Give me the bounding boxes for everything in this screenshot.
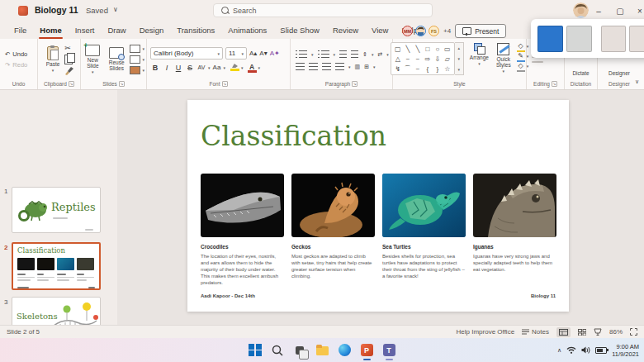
increase-font-size-button[interactable]: A▴ — [249, 50, 257, 57]
editing-launcher-icon[interactable]: ↘ — [552, 81, 557, 87]
align-left-button[interactable] — [296, 63, 305, 70]
zoom-level[interactable]: 86% — [609, 328, 623, 336]
line-spacing-button[interactable]: ⇕ — [362, 51, 367, 58]
caption-body[interactable]: Iguanas have very strong jaws and specia… — [473, 253, 556, 273]
shape-triangle[interactable]: △ — [393, 54, 403, 64]
align-right-button[interactable] — [322, 63, 331, 70]
shapes-gallery-scrollbar[interactable]: ▴▾▾ — [455, 42, 464, 75]
wifi-icon[interactable] — [566, 346, 576, 354]
caption-body[interactable]: The location of their eyes, nostrils, an… — [201, 253, 284, 286]
slide-thumbnail-2-selected[interactable]: Classification — [12, 242, 101, 290]
tab-view[interactable]: View — [366, 21, 394, 39]
tab-animations[interactable]: Animations — [222, 21, 272, 39]
redo-button[interactable]: ↷Redo — [5, 61, 27, 69]
font-size-select[interactable]: 11▾ — [225, 47, 247, 60]
slide-footer-course[interactable]: Biology 11 — [531, 293, 556, 298]
underline-button[interactable]: U — [173, 64, 183, 72]
change-case-button[interactable]: Aa — [212, 64, 222, 71]
taskbar-search-button[interactable] — [271, 343, 285, 357]
caption-heading[interactable]: Crocodiles — [201, 244, 284, 250]
numbering-button[interactable] — [318, 50, 329, 58]
decrease-indent-button[interactable] — [339, 50, 347, 58]
powerpoint-taskbar-button[interactable]: P — [360, 343, 374, 357]
shape-brace-left[interactable]: { — [423, 64, 433, 74]
font-color-dropdown-icon[interactable]: ▾ — [258, 65, 261, 70]
taskbar-clock[interactable]: 9:00 AM 11/9/2021 — [612, 343, 639, 358]
convert-smartart-button[interactable]: ⊞ — [364, 64, 369, 70]
slide-thumbnail-1[interactable]: Reptiles — [12, 187, 101, 233]
slides-launcher-icon[interactable]: ↘ — [119, 81, 125, 87]
text-direction-button[interactable]: ⇄ — [377, 51, 382, 58]
start-button[interactable] — [249, 343, 263, 357]
character-spacing-button[interactable]: AV — [197, 64, 206, 70]
crocodile-image[interactable] — [201, 174, 284, 237]
edge-browser-button[interactable] — [338, 343, 352, 357]
notes-toggle-button[interactable]: Notes — [522, 328, 549, 336]
slide-layout-button[interactable]: ▾ — [130, 45, 144, 53]
shape-arrow-down[interactable]: ⇩ — [433, 54, 443, 64]
shape-scribble[interactable]: ~ — [413, 54, 423, 64]
battery-icon[interactable] — [595, 347, 607, 354]
gecko-image[interactable] — [291, 174, 375, 237]
tab-design[interactable]: Design — [134, 21, 170, 39]
new-slide-button[interactable]: + New Slide▾ — [83, 44, 103, 75]
shape-rounded-rectangle[interactable]: ▭ — [443, 44, 452, 54]
variant-swatch-blue[interactable] — [537, 26, 563, 52]
clear-formatting-button[interactable]: A✦ — [270, 50, 280, 57]
slide-sorter-view-button[interactable] — [578, 329, 586, 336]
variant-swatch-rose-2[interactable] — [629, 26, 644, 52]
caption-heading[interactable]: Iguanas — [473, 244, 556, 250]
caption-body[interactable]: Most geckos are adapted to climb with se… — [291, 253, 375, 279]
align-center-button[interactable] — [309, 63, 318, 70]
slide-footer-author[interactable]: Aadi Kapoor - Dec 14th — [201, 293, 255, 298]
caption-heading[interactable]: Geckos — [291, 244, 375, 250]
tray-expand-chevron-icon[interactable]: ∧ — [557, 347, 561, 354]
task-view-button[interactable] — [293, 343, 307, 357]
bold-button[interactable]: B — [150, 64, 160, 72]
variant-swatch-rose[interactable] — [601, 26, 627, 52]
shape-curve[interactable]: ~ — [403, 54, 413, 64]
teams-taskbar-button[interactable]: T — [382, 343, 396, 357]
caption-body[interactable]: Besides shells for protection, sea turtl… — [382, 253, 466, 279]
collaborator-badge-fs[interactable]: FS — [429, 26, 439, 36]
columns-button[interactable]: ▥ — [355, 64, 361, 70]
shape-rectangle[interactable]: □ — [423, 44, 433, 54]
section-button[interactable]: ▾ — [130, 66, 144, 74]
shape-curve2[interactable]: ~ — [413, 64, 423, 74]
justify-button[interactable] — [335, 63, 344, 70]
reuse-slides-button[interactable]: Reuse Slides — [107, 46, 127, 72]
text-highlight-button[interactable] — [230, 64, 239, 71]
search-input[interactable]: Search — [213, 3, 433, 17]
tab-slide-show[interactable]: Slide Show — [274, 21, 325, 39]
bullets-button[interactable] — [296, 50, 307, 58]
designer-button[interactable]: Designer — [608, 70, 630, 76]
fit-slide-to-window-button[interactable] — [630, 328, 637, 336]
italic-button[interactable]: I — [162, 64, 172, 72]
file-explorer-button[interactable] — [315, 343, 329, 357]
tab-draw[interactable]: Draw — [102, 21, 131, 39]
normal-view-button[interactable] — [556, 327, 571, 337]
quick-styles-button[interactable]: Quick Styles▾ — [495, 42, 513, 74]
shape-textbox[interactable]: ▢ — [393, 44, 403, 54]
slideshow-view-button[interactable] — [594, 328, 602, 336]
font-launcher-icon[interactable]: ↘ — [222, 81, 228, 87]
help-improve-office-link[interactable]: Help Improve Office — [457, 328, 515, 336]
caption-heading[interactable]: Sea Turtles — [382, 244, 466, 250]
font-color-button[interactable]: A — [248, 63, 257, 72]
sea-turtle-image[interactable] — [382, 174, 466, 237]
tab-insert[interactable]: Insert — [69, 21, 101, 39]
shape-line[interactable]: ╲ — [403, 44, 413, 54]
tab-review[interactable]: Review — [327, 21, 364, 39]
collaborator-badge-mm[interactable]: MM — [402, 26, 413, 36]
shape-oval[interactable]: ○ — [433, 44, 443, 54]
shape-arrow-right[interactable]: ⇨ — [423, 54, 433, 64]
shape-arc[interactable]: ⌒ — [403, 64, 413, 74]
paste-button[interactable]: Paste▾ — [45, 45, 62, 74]
strikethrough-button[interactable]: S — [185, 64, 195, 72]
shape-parallelogram[interactable]: ▱ — [443, 54, 452, 64]
shape-arrow-line[interactable]: ╲ — [413, 44, 423, 54]
shape-star[interactable]: ☆ — [443, 64, 452, 74]
current-slide[interactable]: Classification — [187, 100, 569, 312]
tab-home[interactable]: Home — [34, 21, 67, 39]
present-button[interactable]: Present — [455, 24, 506, 38]
